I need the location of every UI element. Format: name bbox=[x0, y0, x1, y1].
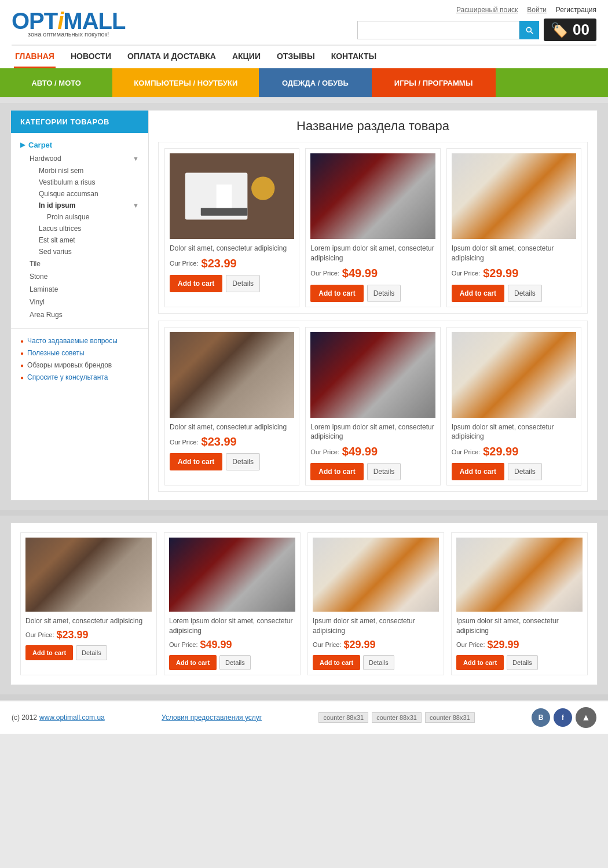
nav-reviews[interactable]: ОТЗЫВЫ bbox=[276, 46, 316, 68]
product-8-add-to-cart[interactable]: Add to cart bbox=[169, 655, 217, 670]
product-9-image bbox=[313, 538, 439, 612]
copyright-text: (c) 2012 bbox=[12, 713, 37, 722]
nav-payment[interactable]: ОПЛАТА И ДОСТАВКА bbox=[126, 46, 217, 68]
product-5-price-row: Our Price: $49.99 bbox=[310, 445, 435, 458]
bottom-product-grid: Dolor sit amet, consectetur adipisicing … bbox=[10, 523, 598, 685]
product-8-price-row: Our Price: $49.99 bbox=[169, 639, 295, 651]
facebook-social-button[interactable]: f bbox=[554, 708, 572, 727]
sidebar-item-carpet[interactable]: ▶ Carpet bbox=[11, 138, 148, 152]
product-card-7: Dolor sit amet, consectetur adipisicing … bbox=[20, 532, 157, 675]
product-9-buttons: Add to cart Details bbox=[313, 655, 439, 670]
product-4-price-row: Our Price: $23.99 bbox=[170, 435, 294, 448]
cat-games[interactable]: ИГРЫ / ПРОГРАММЫ bbox=[372, 68, 496, 97]
vk-social-button[interactable]: В bbox=[532, 708, 550, 727]
product-7-add-to-cart[interactable]: Add to cart bbox=[25, 645, 73, 660]
product-4-details[interactable]: Details bbox=[226, 453, 260, 470]
product-5-add-to-cart[interactable]: Add to cart bbox=[310, 463, 363, 480]
cat-computers[interactable]: КОМПЬЮТЕРЫ / НОУТБУКИ bbox=[112, 68, 259, 97]
product-1-price-label: Our Price: bbox=[170, 260, 199, 267]
product-6-add-to-cart[interactable]: Add to cart bbox=[452, 463, 504, 480]
footer-copyright: (c) 2012 www.optimall.com.ua bbox=[12, 713, 105, 722]
consult-link-item[interactable]: ● Спросите у консультанта bbox=[20, 373, 139, 381]
product-8-details[interactable]: Details bbox=[219, 655, 251, 670]
sidebar-item-est[interactable]: Est sit amet bbox=[11, 234, 148, 246]
main-wrapper: КАТЕГОРИИ ТОВАРОВ ▶ Carpet Hardwood ▼ Mo… bbox=[0, 103, 608, 510]
nav-promos[interactable]: АКЦИИ bbox=[231, 46, 262, 68]
product-9-add-to-cart[interactable]: Add to cart bbox=[313, 655, 360, 670]
sidebar-item-quisque[interactable]: Quisque accumsan bbox=[11, 188, 148, 200]
product-8-price: $49.99 bbox=[200, 639, 232, 651]
footer-counters: counter 88x31 counter 88x31 counter 88x3… bbox=[318, 712, 474, 723]
tips-link-item[interactable]: ● Полезные советы bbox=[20, 349, 139, 357]
product-10-details[interactable]: Details bbox=[507, 655, 538, 670]
product-1-details[interactable]: Details bbox=[226, 275, 260, 292]
product-2-add-to-cart[interactable]: Add to cart bbox=[310, 285, 363, 302]
sidebar-item-inid[interactable]: In id ipsum ▼ bbox=[11, 200, 148, 211]
cat-clothes[interactable]: ОДЕЖДА / ОБУВЬ bbox=[259, 68, 371, 97]
sidebar-item-arearugs[interactable]: Area Rugs bbox=[11, 308, 148, 321]
sidebar-item-laminate[interactable]: Laminate bbox=[11, 283, 148, 296]
product-2-image bbox=[310, 153, 435, 239]
product-4-price-label: Our Price: bbox=[170, 439, 199, 446]
login-link[interactable]: Войти bbox=[527, 6, 547, 14]
cat-extra[interactable] bbox=[496, 68, 608, 97]
nav-contacts[interactable]: КОНТАКТЫ bbox=[330, 46, 378, 68]
sidebar-item-vinyl[interactable]: Vinyl bbox=[11, 296, 148, 308]
footer-site-url[interactable]: www.optimall.com.ua bbox=[39, 713, 105, 722]
consult-link[interactable]: Спросите у консультанта bbox=[27, 373, 108, 381]
search-button[interactable] bbox=[519, 21, 539, 39]
product-2-details[interactable]: Details bbox=[367, 285, 401, 302]
product-card-2: Lorem ipsum dolor sit amet, consectetur … bbox=[305, 148, 440, 307]
tips-bullet: ● bbox=[20, 350, 24, 356]
sidebar-item-vestibulum[interactable]: Vestibulum a risus bbox=[11, 176, 148, 188]
product-4-buttons: Add to cart Details bbox=[170, 453, 294, 470]
cart-widget[interactable]: 🏷️ 00 bbox=[544, 19, 596, 41]
sidebar-item-hardwood[interactable]: Hardwood ▼ bbox=[11, 152, 148, 165]
logo[interactable]: OPTiMALL зона оптимальных покупок! bbox=[12, 9, 125, 38]
product-3-add-to-cart[interactable]: Add to cart bbox=[452, 285, 504, 302]
footer-terms-link[interactable]: Условия предоставления услуг bbox=[162, 713, 262, 722]
product-3-price: $29.99 bbox=[483, 267, 518, 280]
hardwood-expand-icon: ▼ bbox=[133, 155, 139, 162]
product-grid-row1: Dolor sit amet, consectetur adipisicing … bbox=[158, 142, 588, 314]
product-card-3: Ipsum dolor sit amet, consectetur adipis… bbox=[446, 148, 581, 307]
sidebar-item-tile[interactable]: Tile bbox=[11, 258, 148, 270]
product-7-details[interactable]: Details bbox=[76, 645, 107, 660]
product-3-details[interactable]: Details bbox=[508, 285, 542, 302]
search-input[interactable] bbox=[357, 21, 519, 39]
sidebar-item-morbi[interactable]: Morbi nisl sem bbox=[11, 165, 148, 176]
product-9-details[interactable]: Details bbox=[363, 655, 394, 670]
product-1-add-to-cart[interactable]: Add to cart bbox=[170, 275, 222, 292]
sidebar: КАТЕГОРИИ ТОВАРОВ ▶ Carpet Hardwood ▼ Mo… bbox=[11, 111, 149, 500]
sidebar-item-proin[interactable]: Proin auisque bbox=[11, 211, 148, 223]
header-top-links: Расширеный поиск Войти Регистрация bbox=[456, 6, 596, 14]
sidebar-item-stone[interactable]: Stone bbox=[11, 270, 148, 283]
product-10-add-to-cart[interactable]: Add to cart bbox=[456, 655, 504, 670]
product-4-image bbox=[170, 332, 294, 418]
counter-3: counter 88x31 bbox=[425, 712, 475, 723]
product-7-desc: Dolor sit amet, consectetur adipisicing bbox=[25, 616, 152, 626]
product-2-price-row: Our Price: $49.99 bbox=[310, 267, 435, 280]
faq-link[interactable]: Часто задаваемые вопросы bbox=[27, 337, 118, 345]
product-card-8: Lorem ipsum dolor sit amet, consectetur … bbox=[164, 532, 301, 675]
nav-home[interactable]: ГЛАВНАЯ bbox=[14, 46, 56, 68]
faq-link-item[interactable]: ● Часто задаваемые вопросы bbox=[20, 337, 139, 345]
product-1-price-row: Our Price: $23.99 bbox=[170, 257, 294, 270]
product-7-price-row: Our Price: $23.99 bbox=[25, 629, 152, 641]
product-10-price-label: Our Price: bbox=[456, 641, 485, 648]
product-6-details[interactable]: Details bbox=[508, 463, 542, 480]
cat-auto[interactable]: АВТО / МОТО bbox=[0, 68, 112, 97]
product-3-price-row: Our Price: $29.99 bbox=[452, 267, 576, 280]
tips-link[interactable]: Полезные советы bbox=[27, 349, 85, 357]
scroll-to-top-button[interactable]: ▲ bbox=[576, 707, 596, 728]
advanced-search-link[interactable]: Расширеный поиск bbox=[456, 6, 518, 14]
product-5-details[interactable]: Details bbox=[367, 463, 401, 480]
product-4-add-to-cart[interactable]: Add to cart bbox=[170, 453, 222, 470]
product-5-desc: Lorem ipsum dolor sit amet, consectetur … bbox=[310, 422, 435, 442]
search-icon bbox=[525, 25, 534, 35]
nav-news[interactable]: НОВОСТИ bbox=[69, 46, 112, 68]
sidebar-item-sed[interactable]: Sed varius bbox=[11, 246, 148, 258]
product-9-price-row: Our Price: $29.99 bbox=[313, 639, 439, 651]
sidebar-item-lacus[interactable]: Lacus ultrices bbox=[11, 223, 148, 234]
product-6-price-label: Our Price: bbox=[452, 448, 481, 455]
